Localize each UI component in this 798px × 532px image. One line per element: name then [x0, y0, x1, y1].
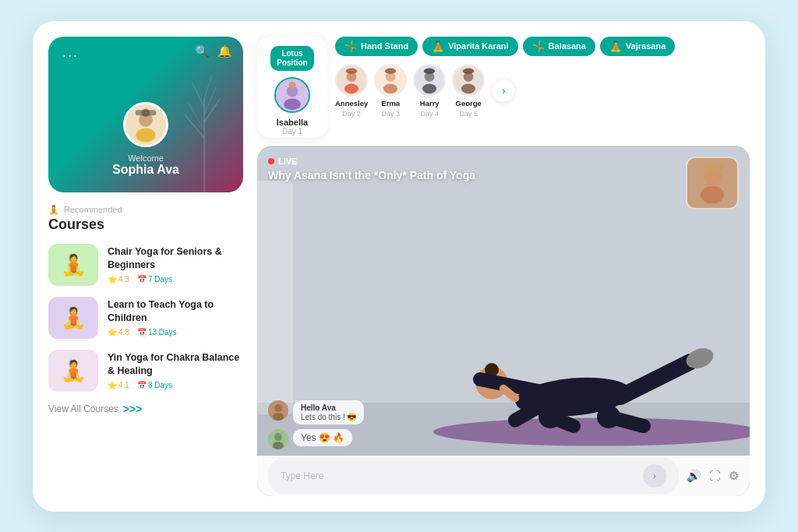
- rating-2: ⭐ 4.8: [108, 328, 129, 336]
- student-avatar-img-4: [454, 64, 483, 97]
- lotus-student-name: Isabella: [277, 118, 308, 127]
- svg-line-51: [550, 417, 574, 426]
- tabs-row: Lotus Position Isabella Day 1: [257, 37, 750, 138]
- lotus-student-avatar: [276, 77, 309, 113]
- student-card-erma[interactable]: Erma Day 3: [374, 64, 407, 118]
- student-name-erma: Erma: [381, 99, 400, 107]
- pose-tabs: 🤸 Hand Stand 🧘 Viparita Karani 🤸 Balasan…: [335, 37, 750, 56]
- svg-line-3: [189, 103, 204, 130]
- search-icon[interactable]: 🔍: [195, 44, 210, 58]
- course-info-1: Chair Yoga for Seniors & Beginners ⭐ 4.3…: [108, 245, 243, 284]
- live-text: LIVE: [278, 157, 297, 166]
- settings-icon[interactable]: ⚙: [729, 469, 739, 483]
- courses-title: Courses: [48, 217, 243, 233]
- student-name-annesley: Annesley: [335, 99, 368, 107]
- chat-username-1: Hello Ava: [301, 403, 356, 412]
- send-icon: ›: [653, 470, 656, 481]
- svg-point-58: [274, 404, 282, 412]
- svg-text:🧘: 🧘: [61, 358, 87, 383]
- pose-tabs-container: 🤸 Hand Stand 🧘 Viparita Karani 🤸 Balasan…: [335, 37, 750, 138]
- tab-viparita-karani[interactable]: 🧘 Viparita Karani: [422, 37, 517, 56]
- svg-line-5: [192, 83, 204, 107]
- student-avatar-annesley: [335, 64, 368, 97]
- bell-icon[interactable]: 🔔: [217, 44, 232, 58]
- course-name-1: Chair Yoga for Seniors & Beginners: [108, 245, 243, 271]
- student-card-annesley[interactable]: Annesley Day 2: [335, 64, 368, 118]
- tab-hand-stand[interactable]: 🤸 Hand Stand: [335, 37, 418, 56]
- course-item[interactable]: 🧘 Chair Yoga for Seniors & Beginners ⭐ 4…: [48, 244, 243, 286]
- chat-input-area[interactable]: Type Here ›: [268, 458, 679, 494]
- video-controls: 🔊 ⛶ ⚙: [687, 469, 739, 483]
- student-name-george: George: [456, 99, 482, 107]
- menu-dots[interactable]: ···: [62, 48, 79, 64]
- chat-reaction-row: Yes 😍 🔥: [268, 429, 364, 449]
- student-name-harry: Harry: [420, 99, 440, 107]
- course-thumbnail-1: 🧘: [48, 244, 98, 286]
- lotus-label: Lotus Position: [270, 46, 313, 71]
- course-image-1: 🧘: [48, 244, 98, 286]
- course-meta-3: ⭐ 4.1 📅 8 Days: [108, 381, 243, 389]
- svg-point-19: [284, 98, 301, 110]
- student-avatar-erma: [374, 64, 407, 97]
- course-name-3: Yin Yoga for Chakra Balance & Healing: [108, 351, 243, 377]
- course-item[interactable]: 🧘 Learn to Teach Yoga to Children ⭐ 4.8 …: [48, 297, 243, 339]
- chat-user-avatar-2: [268, 429, 288, 449]
- chat-bubble-1: Hello Ava Lets do this ! 😎: [293, 400, 364, 425]
- svg-point-27: [383, 83, 397, 93]
- student-day-george: Day 5: [459, 110, 478, 118]
- svg-point-36: [463, 68, 474, 73]
- days-1: 📅 7 Days: [137, 275, 172, 284]
- presenter-thumbnail: [686, 157, 739, 210]
- avatar-image: [125, 102, 166, 147]
- profile-name: Sophia Ava: [112, 163, 179, 177]
- svg-point-28: [385, 68, 396, 73]
- svg-line-4: [204, 87, 216, 115]
- chat-reaction-bubble: Yes 😍 🔥: [293, 429, 352, 446]
- chat-user-avatar-1: [268, 400, 288, 421]
- expand-icon[interactable]: ⛶: [709, 469, 721, 482]
- send-button[interactable]: ›: [643, 464, 666, 488]
- student-card-harry[interactable]: Harry Day 4: [413, 64, 446, 118]
- svg-text:🧘: 🧘: [61, 252, 87, 277]
- course-image-3: 🧘: [48, 350, 98, 392]
- days-3: 📅 8 Days: [137, 381, 172, 389]
- svg-line-1: [185, 115, 204, 138]
- svg-point-32: [424, 68, 435, 73]
- student-day-annesley: Day 2: [342, 110, 361, 118]
- student-avatar-img-2: [376, 64, 405, 97]
- tab-balasana[interactable]: 🤸 Balasana: [523, 37, 595, 56]
- courses-label: 🧘 Recommended: [48, 205, 243, 215]
- rating-3: ⭐ 4.1: [108, 381, 129, 389]
- chat-text-1: Lets do this ! 😎: [301, 413, 356, 421]
- main-card: ··· 🔍 🔔 Welcome Sophia Ava 🧘: [33, 21, 765, 512]
- svg-line-50: [609, 417, 644, 426]
- view-all-button[interactable]: View All Courses >>>: [48, 403, 243, 415]
- live-dot: [268, 158, 274, 164]
- sound-icon[interactable]: 🔊: [687, 469, 701, 483]
- tab-vajrasana[interactable]: 🧘 Vajrasana: [600, 37, 675, 56]
- chat-overlay: Hello Ava Lets do this ! 😎 Yes 😍 🔥: [268, 400, 364, 449]
- live-badge: LIVE: [268, 157, 297, 166]
- student-card-george[interactable]: George Day 5: [452, 64, 485, 118]
- next-students-button[interactable]: ›: [491, 78, 516, 103]
- profile-card: ··· 🔍 🔔 Welcome Sophia Ava: [48, 37, 243, 192]
- tree-decoration: [173, 37, 235, 192]
- svg-point-62: [273, 442, 284, 449]
- course-item[interactable]: 🧘 Yin Yoga for Chakra Balance & Healing …: [48, 350, 243, 392]
- course-meta-2: ⭐ 4.8 📅 13 Days: [108, 328, 243, 336]
- lotus-avatar: [274, 77, 310, 113]
- svg-point-35: [461, 83, 475, 93]
- student-avatar-george: [452, 64, 485, 97]
- video-title: Why Asana Isn't the *Only* Path of Yoga: [268, 169, 475, 181]
- avatar: [123, 102, 168, 147]
- yoga-icon: 🧘: [48, 205, 59, 215]
- svg-point-20: [288, 81, 295, 88]
- live-video-section: LIVE Why Asana Isn't the *Only* Path of …: [257, 146, 750, 496]
- lotus-card[interactable]: Lotus Position Isabella Day 1: [257, 37, 327, 138]
- svg-line-2: [204, 99, 220, 122]
- course-thumbnail-2: 🧘: [48, 297, 98, 339]
- svg-point-55: [701, 185, 724, 203]
- svg-point-61: [274, 433, 282, 441]
- course-name-2: Learn to Teach Yoga to Children: [108, 298, 243, 324]
- course-image-2: 🧘: [48, 297, 98, 339]
